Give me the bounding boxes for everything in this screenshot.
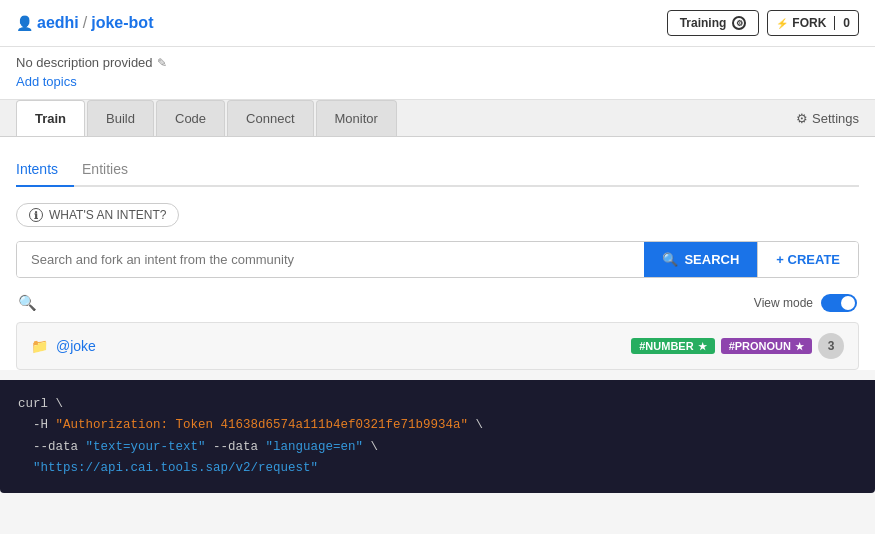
intent-hint[interactable]: ℹ WHAT'S AN INTENT? — [16, 203, 179, 227]
tab-code[interactable]: Code — [156, 100, 225, 136]
fork-icon: ⚡ — [776, 18, 788, 29]
code-line-1: curl \ — [18, 394, 857, 415]
tag-number-label: #NUMBER — [639, 340, 693, 352]
create-btn-label: + CREATE — [776, 252, 840, 267]
create-button[interactable]: + CREATE — [757, 242, 858, 277]
folder-icon: 📁 — [31, 338, 48, 354]
repo-title: 👤 aedhi / joke-bot — [16, 14, 153, 32]
training-button[interactable]: Training ⚙ — [667, 10, 760, 36]
tag-pronoun[interactable]: #PRONOUN ★ — [721, 338, 812, 354]
search-row: 🔍 SEARCH + CREATE — [16, 241, 859, 278]
intent-name[interactable]: @joke — [56, 338, 96, 354]
tag-number[interactable]: #NUMBER ★ — [631, 338, 714, 354]
description: No description provided ✎ — [16, 55, 859, 70]
intent-right: #NUMBER ★ #PRONOUN ★ 3 — [631, 333, 844, 359]
fork-label: ⚡ FORK — [768, 16, 835, 30]
intent-row: 📁 @joke #NUMBER ★ #PRONOUN ★ 3 — [16, 322, 859, 370]
search-btn-label: SEARCH — [684, 252, 739, 267]
settings-link[interactable]: ⚙ Settings — [796, 111, 859, 126]
magnifier-icon: 🔍 — [662, 252, 678, 267]
user-icon: 👤 — [16, 15, 33, 31]
description-text: No description provided — [16, 55, 153, 70]
filter-row: 🔍 View mode — [16, 294, 859, 312]
view-mode-label: View mode — [754, 296, 813, 310]
tag-pronoun-star: ★ — [795, 341, 804, 352]
settings-label: Settings — [812, 111, 859, 126]
view-mode: View mode — [754, 294, 857, 312]
add-topics-link[interactable]: Add topics — [16, 74, 77, 89]
header-right: Training ⚙ ⚡ FORK 0 — [667, 10, 859, 36]
tab-build[interactable]: Build — [87, 100, 154, 136]
repo-name[interactable]: joke-bot — [91, 14, 153, 32]
tab-train[interactable]: Train — [16, 100, 85, 136]
edit-icon[interactable]: ✎ — [157, 56, 167, 70]
header: 👤 aedhi / joke-bot Training ⚙ ⚡ FORK 0 — [0, 0, 875, 47]
subheader: No description provided ✎ Add topics — [0, 47, 875, 100]
filter-search-icon[interactable]: 🔍 — [18, 294, 37, 312]
intent-count: 3 — [818, 333, 844, 359]
search-button[interactable]: 🔍 SEARCH — [644, 242, 757, 277]
intent-hint-text: WHAT'S AN INTENT? — [49, 208, 166, 222]
code-line-4: "https://api.cai.tools.sap/v2/request" — [18, 458, 857, 479]
training-label: Training — [680, 16, 727, 30]
tag-pronoun-label: #PRONOUN — [729, 340, 791, 352]
sub-tab-intents[interactable]: Intents — [16, 153, 74, 187]
fork-count: 0 — [835, 16, 858, 30]
code-block: curl \ -H "Authorization: Token 41638d65… — [0, 380, 875, 493]
tab-monitor[interactable]: Monitor — [316, 100, 397, 136]
gear-icon: ⚙ — [796, 111, 808, 126]
training-icon: ⚙ — [732, 16, 746, 30]
view-mode-toggle[interactable] — [821, 294, 857, 312]
header-left: 👤 aedhi / joke-bot — [16, 14, 153, 32]
search-input[interactable] — [17, 242, 644, 277]
sub-tabs: Intents Entities — [16, 153, 859, 187]
intent-left: 📁 @joke — [31, 338, 96, 354]
main-content: Intents Entities ℹ WHAT'S AN INTENT? 🔍 S… — [0, 137, 875, 370]
repo-slash: / — [83, 14, 87, 32]
tabs-left: Train Build Code Connect Monitor — [16, 100, 399, 136]
tag-number-star: ★ — [698, 341, 707, 352]
nav-tabs: Train Build Code Connect Monitor ⚙ Setti… — [0, 100, 875, 137]
tab-connect[interactable]: Connect — [227, 100, 313, 136]
fork-button[interactable]: ⚡ FORK 0 — [767, 10, 859, 36]
repo-user[interactable]: aedhi — [37, 14, 79, 32]
info-icon: ℹ — [29, 208, 43, 222]
code-line-2: -H "Authorization: Token 41638d6574a111b… — [18, 415, 857, 436]
sub-tab-entities[interactable]: Entities — [82, 153, 144, 187]
fork-text: FORK — [792, 16, 826, 30]
code-line-3: --data "text=your-text" --data "language… — [18, 437, 857, 458]
